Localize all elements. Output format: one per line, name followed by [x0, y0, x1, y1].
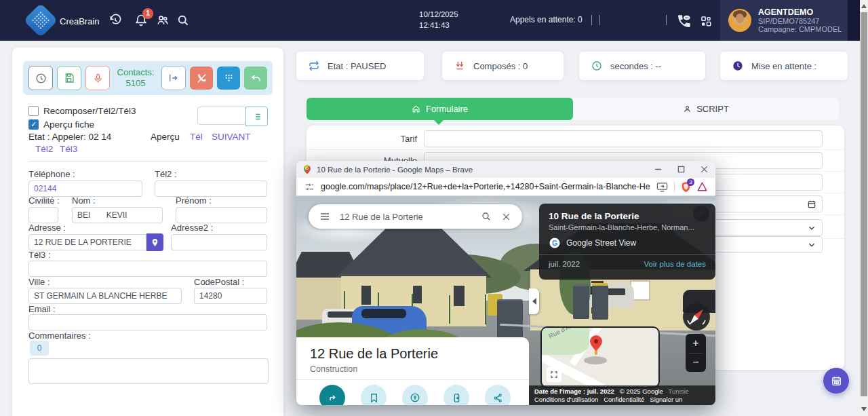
nom-input[interactable]	[72, 207, 163, 223]
apercu-link[interactable]: Aperçu	[151, 132, 180, 142]
prenom-input[interactable]	[176, 207, 267, 223]
navbar-end	[848, 0, 860, 41]
info-card-source: Google Street View	[566, 238, 636, 248]
minimize-button[interactable]	[653, 165, 663, 174]
save-button[interactable]	[57, 66, 81, 90]
site-settings-tune-icon[interactable]	[304, 182, 315, 192]
close-button[interactable]	[699, 165, 709, 174]
adresse2-input[interactable]	[171, 234, 267, 250]
compass-control[interactable]	[682, 303, 711, 331]
list-button[interactable]	[245, 107, 268, 126]
comment-count-badge: 0	[30, 341, 49, 356]
url-text[interactable]: google.com/maps/place/12+Rue+de+la+Porte…	[321, 182, 650, 191]
place-category[interactable]: Construction	[310, 364, 357, 374]
save-place-button[interactable]	[361, 385, 387, 405]
brave-shields-icon[interactable]: 3	[681, 181, 691, 193]
menu-hamburger-icon[interactable]	[319, 211, 330, 222]
tel2-input[interactable]	[155, 181, 267, 197]
hold-clock-icon	[732, 60, 743, 71]
chevron-left-icon	[532, 298, 536, 305]
directions-icon	[327, 392, 338, 404]
search-icon[interactable]	[481, 211, 492, 222]
address-bar[interactable]: google.com/maps/place/12+Rue+de+la+Porte…	[296, 178, 715, 196]
attrib-copyright: © 2025 Google	[620, 387, 663, 395]
status-composes-text: Composés : 0	[473, 61, 528, 71]
scrollbar-thumb[interactable]	[861, 12, 867, 396]
maximize-button[interactable]	[676, 165, 686, 174]
call-toolbar: Contacts: 5105	[23, 61, 273, 95]
separator	[674, 181, 675, 192]
house-window	[361, 286, 371, 305]
tab-script[interactable]: SCRIPT	[573, 98, 839, 120]
geolocate-address-button[interactable]	[146, 233, 163, 251]
send-to-device-icon[interactable]	[656, 182, 668, 192]
recomposer-checkbox[interactable]	[28, 106, 39, 116]
search-icon[interactable]	[176, 14, 190, 27]
maps-search-box[interactable]: 12 Rue de la Porterie	[309, 204, 522, 229]
directions-button[interactable]	[319, 385, 345, 405]
calendar-fab-button[interactable]	[823, 368, 849, 394]
attrib-date: Date de l'image : juil. 2022	[534, 387, 614, 395]
apercu-fiche-checkbox-row[interactable]: ✓ Aperçu fiche	[28, 119, 94, 130]
bookmark-icon	[369, 393, 379, 403]
tel-link[interactable]: Tél	[190, 132, 203, 142]
attrib-region: Tunisie	[669, 387, 689, 395]
collapse-panel-button[interactable]	[529, 288, 539, 314]
share-button[interactable]	[485, 385, 511, 405]
brave-rewards-triangle-icon[interactable]	[697, 182, 707, 191]
dialpad-button[interactable]	[217, 67, 240, 90]
users-icon[interactable]	[156, 14, 170, 27]
position-pin-icon	[588, 335, 604, 358]
phone-chat-icon[interactable]	[675, 12, 693, 30]
scroll-up-arrow[interactable]	[861, 4, 867, 8]
repeat-icon	[309, 60, 319, 71]
terms-link[interactable]: Conditions d'utilisation	[534, 396, 598, 403]
tab-formulaire[interactable]: Formulaire	[307, 98, 573, 120]
reply-button[interactable]	[244, 67, 267, 90]
record-mic-button[interactable]	[85, 66, 110, 90]
tarif-input[interactable]	[424, 130, 823, 147]
clear-search-icon[interactable]	[501, 212, 511, 222]
tel3-input[interactable]	[28, 261, 267, 277]
telephone-input[interactable]	[28, 181, 142, 197]
place-card: 12 Rue de la Porterie Construction	[296, 337, 529, 405]
scroll-down-arrow[interactable]	[861, 407, 867, 411]
civilite-input[interactable]	[28, 207, 58, 223]
agent-panel[interactable]: AGENTDEMO SIP/DEMO785247 Campagne: CMPMO…	[720, 0, 860, 41]
history-button[interactable]	[28, 66, 53, 90]
hangup-button[interactable]	[190, 67, 213, 90]
tel2-link[interactable]: Tél2	[35, 144, 53, 154]
codepostal-input[interactable]	[194, 288, 267, 304]
minimap[interactable]: Rue d'Authie	[540, 326, 660, 388]
privacy-link[interactable]: Confidentialité	[604, 396, 644, 403]
page-scrollbar[interactable]	[860, 0, 868, 416]
transfer-out-button[interactable]	[161, 66, 186, 90]
more-dates-link[interactable]: Voir plus de dates	[644, 260, 706, 268]
nearby-button[interactable]	[402, 385, 428, 405]
zoom-in-button[interactable]: +	[686, 334, 706, 353]
ville-input[interactable]	[28, 288, 182, 304]
svg-text:G: G	[552, 239, 557, 247]
zoom-out-button[interactable]: −	[686, 354, 706, 373]
quick-dial-input[interactable]	[197, 107, 246, 125]
status-card-etat: Etat : PAUSED	[296, 52, 424, 80]
apercu-fiche-checkbox[interactable]: ✓	[28, 119, 39, 130]
tel3-link[interactable]: Tél3	[60, 144, 77, 154]
window-titlebar[interactable]: 10 Rue de la Porterie - Google Maps – Br…	[296, 161, 715, 178]
suivant-link[interactable]: SUIVANT	[212, 132, 251, 142]
streetview-photo[interactable]: 12 Rue de la Porterie Partager ✕ 10 Rue …	[296, 196, 715, 405]
history-icon[interactable]	[108, 14, 122, 27]
email-input[interactable]	[28, 314, 267, 330]
expand-minimap-button[interactable]	[547, 367, 561, 382]
maps-search-value[interactable]: 12 Rue de la Porterie	[340, 212, 471, 222]
telephone-label: Téléphone :	[28, 169, 75, 179]
calls-waiting-label: Appels en attente: 0	[510, 15, 583, 25]
recomposer-checkbox-row[interactable]: Recomposer/Tél2/Tél3	[28, 106, 136, 116]
adresse-input[interactable]	[28, 234, 146, 250]
white-car-windows	[328, 311, 355, 318]
commentaires-textarea[interactable]	[28, 358, 269, 384]
send-to-phone-button[interactable]	[443, 385, 469, 405]
current-date: 10/12/2025	[419, 10, 458, 20]
contacts-count: 5105	[114, 78, 157, 89]
apps-grid-icon[interactable]	[700, 15, 712, 27]
